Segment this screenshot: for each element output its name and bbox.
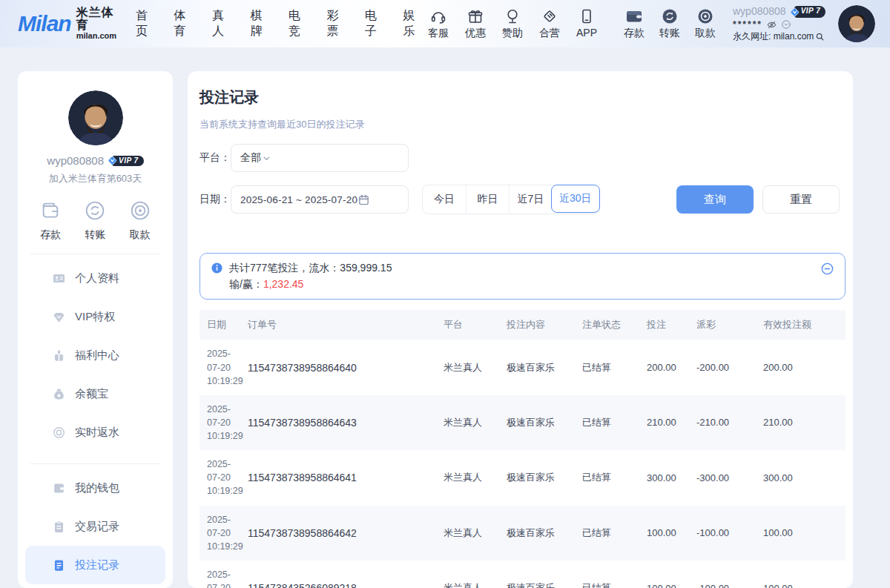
cell-date: 2025-07-2010:19:29 — [200, 450, 248, 505]
sidebar: wyp080808 VIP 7 加入米兰体育第603天 存款 — [18, 71, 173, 588]
withdraw-outline-icon — [128, 199, 152, 222]
col-content: 投注内容 — [507, 310, 582, 340]
sidebar-transfer-button[interactable]: 转账 — [73, 199, 117, 242]
cell-status: 已结算 — [582, 340, 647, 394]
clipboard-icon — [52, 520, 66, 534]
cell-bet: 300.00 — [647, 450, 696, 505]
range-yesterday-button[interactable]: 昨日 — [466, 185, 509, 214]
cell-status: 已结算 — [582, 561, 647, 588]
id-card-icon — [52, 271, 66, 285]
partner-button[interactable]: 合营 — [533, 7, 567, 40]
cell-bet: 100.00 — [647, 506, 696, 561]
calendar-icon — [357, 194, 370, 206]
cell-platform: 米兰真人 — [444, 561, 507, 588]
cell-valid: 210.00 — [763, 395, 846, 450]
cell-order: 1154738738958864640 — [248, 340, 444, 394]
deposit-button[interactable]: 存款 — [617, 7, 651, 40]
col-bet: 投注 — [647, 310, 696, 340]
app-button[interactable]: APP — [570, 7, 604, 40]
bet-record-icon — [52, 558, 66, 572]
date-label: 日期： — [200, 193, 231, 206]
cell-order: 1154738435266089218 — [248, 561, 444, 588]
nav-esports[interactable]: 电竞 — [289, 8, 306, 39]
brand-logo[interactable]: Milan 米兰体育 milan.com — [18, 7, 116, 40]
sidebar-item-bet-records[interactable]: 投注记录 — [25, 546, 165, 584]
sidebar-item-vip[interactable]: VIP特权 — [25, 297, 165, 336]
promo-button[interactable]: 优惠 — [458, 7, 492, 40]
cell-platform: 米兰真人 — [444, 450, 507, 505]
cell-date: 2025-07-2010:18:17 — [200, 561, 248, 588]
sidebar-item-profile[interactable]: 个人资料 — [25, 259, 165, 297]
cell-valid: 100.00 — [763, 561, 846, 588]
query-button[interactable]: 查询 — [676, 185, 754, 214]
nav-sports[interactable]: 体育 — [174, 8, 192, 39]
brand-script: Milan — [18, 13, 71, 35]
range-30days-button[interactable]: 近30日 — [551, 185, 600, 213]
sidebar-item-transactions[interactable]: 交易记录 — [25, 507, 165, 546]
phone-icon — [578, 7, 596, 25]
sidebar-withdraw-button[interactable]: 取款 — [118, 199, 162, 242]
summary-totals: 共计777笔投注，流水：359,999.15 — [229, 260, 392, 277]
date-range-input[interactable]: 2025-06-21 ~ 2025-07-20 — [231, 185, 409, 214]
cell-platform: 米兰真人 — [444, 340, 507, 394]
brand-domain: milan.com — [76, 32, 116, 41]
header-wallet-links: 存款 转账 取款 — [617, 7, 722, 40]
nav-home[interactable]: 首页 — [136, 8, 154, 39]
cell-order: 1154738738958864641 — [248, 450, 444, 505]
range-today-button[interactable]: 今日 — [423, 185, 466, 214]
range-7days-button[interactable]: 近7日 — [509, 185, 552, 214]
reset-button[interactable]: 重置 — [762, 185, 840, 214]
search-icon[interactable] — [815, 32, 825, 42]
nav-cards[interactable]: 棋牌 — [251, 8, 268, 39]
cell-date: 2025-07-2010:19:29 — [200, 395, 248, 450]
sidebar-item-rebate[interactable]: 实时返水 — [25, 413, 165, 452]
chevron-circle-icon[interactable] — [781, 19, 791, 30]
sidebar-item-welfare[interactable]: 福利中心 — [25, 336, 165, 374]
platform-select[interactable]: 全部 — [231, 144, 409, 172]
cell-order: 1154738738958864642 — [248, 506, 444, 561]
col-status: 注单状态 — [582, 310, 647, 340]
eye-off-icon[interactable] — [766, 19, 777, 30]
vip-badge: VIP 7 — [789, 6, 826, 18]
col-date: 日期 — [200, 310, 248, 340]
withdraw-icon — [696, 7, 714, 25]
cell-valid: 300.00 — [763, 450, 846, 505]
sidebar-deposit-button[interactable]: 存款 — [28, 199, 73, 242]
avatar[interactable] — [838, 5, 875, 42]
nav-lottery[interactable]: 彩票 — [327, 8, 345, 39]
collapse-icon[interactable] — [820, 262, 834, 276]
info-icon — [211, 262, 223, 292]
cell-valid: 100.00 — [763, 506, 846, 561]
permanent-url: 永久网址: milan.com — [733, 31, 814, 42]
cell-payout: -200.00 — [696, 340, 763, 394]
date-filter-row: 日期： 2025-06-21 ~ 2025-07-20 今日 昨日 近7日 近3… — [200, 185, 846, 214]
sidebar-item-wallet[interactable]: 我的钱包 — [25, 469, 165, 507]
sponsor-button[interactable]: 赞助 — [495, 7, 530, 40]
divider — [30, 254, 161, 254]
nav-slots[interactable]: 电子 — [365, 8, 383, 39]
table-row: 2025-07-2010:18:17 1154738435266089218 米… — [200, 561, 846, 588]
profile-avatar[interactable] — [68, 90, 123, 145]
service-button[interactable]: 客服 — [421, 7, 455, 40]
transfer-button[interactable]: 转账 — [653, 7, 687, 40]
cell-order: 1154738738958864643 — [248, 395, 444, 450]
sidebar-item-yuebao[interactable]: 余额宝 — [25, 374, 165, 413]
welfare-gift-icon — [52, 348, 66, 363]
nav-casino[interactable]: 娱乐 — [403, 8, 421, 39]
cell-payout: -210.00 — [696, 395, 763, 450]
vip-diamond-icon — [107, 155, 118, 166]
col-platform: 平台 — [444, 310, 507, 340]
cell-bet: 200.00 — [647, 340, 696, 394]
platform-filter-row: 平台： 全部 — [200, 144, 846, 172]
cell-content: 极速百家乐 — [507, 395, 582, 450]
top-bar: Milan 米兰体育 milan.com 首页 体育 真人 棋牌 电竞 彩票 电… — [0, 0, 890, 47]
header-quick-links: 客服 优惠 赞助 — [421, 7, 604, 40]
cell-date: 2025-07-2010:19:29 — [200, 340, 248, 394]
nav-live[interactable]: 真人 — [212, 8, 230, 39]
table-header-row: 日期 订单号 平台 投注内容 注单状态 投注 派彩 有效投注额 — [200, 310, 846, 340]
summary-bar: 共计777笔投注，流水：359,999.15 输/赢：1,232.45 — [200, 253, 846, 300]
withdraw-button[interactable]: 取款 — [688, 7, 722, 40]
main-nav: 首页 体育 真人 棋牌 电竞 彩票 电子 娱乐 — [136, 8, 421, 39]
transfer-outline-icon — [83, 199, 107, 222]
bet-records-panel: 投注记录 当前系统支持查询最近30日的投注记录 平台： 全部 日期： 2025-… — [188, 71, 853, 588]
